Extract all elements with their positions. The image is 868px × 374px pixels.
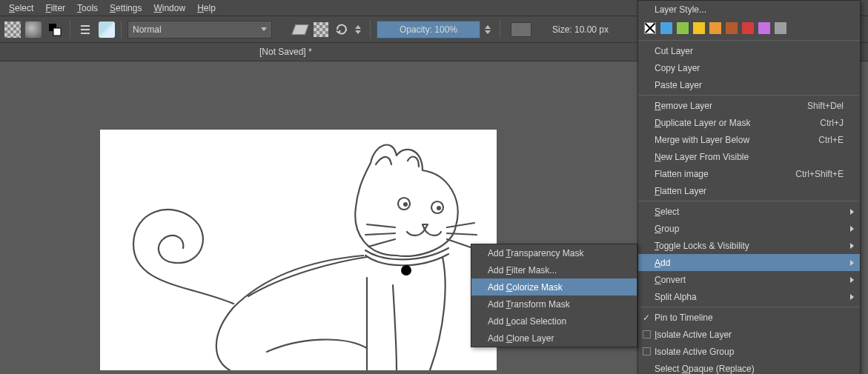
- chevron-right-icon: [850, 226, 854, 232]
- menu-item-label: Add Transparency Mask: [488, 248, 583, 258]
- menu-item-isolate-active-group[interactable]: Isolate Active Group: [638, 343, 860, 360]
- opacity-spinner[interactable]: [485, 21, 494, 39]
- shortcut-label: Ctrl+J: [820, 118, 844, 128]
- menu-item-add-filter-mask[interactable]: Add Filter Mask...: [471, 261, 637, 278]
- color-swatch[interactable]: [677, 22, 689, 34]
- chevron-right-icon: [850, 260, 854, 266]
- menu-item-label: Convert: [655, 275, 686, 285]
- menu-item-label: Toggle Locks & Visibility: [655, 241, 749, 251]
- menu-item-add[interactable]: Add: [638, 254, 860, 271]
- menu-tools[interactable]: Tools: [71, 1, 104, 15]
- blend-mode-label: Normal: [133, 24, 162, 35]
- color-swatch[interactable]: [726, 22, 738, 34]
- color-swatch[interactable]: [709, 22, 721, 34]
- menu-item-label: Duplicate Layer or Mask: [655, 118, 750, 128]
- menu-item-label: Flatten image: [655, 169, 709, 179]
- shortcut-label: Ctrl+Shift+E: [795, 169, 844, 179]
- color-swatch[interactable]: [742, 22, 754, 34]
- menu-item-label: Select Opaque (Replace): [655, 364, 755, 374]
- brush-size-preview[interactable]: [511, 22, 531, 37]
- menu-item-label: Add Clone Layer: [488, 333, 554, 344]
- menu-item-label: Isolate Active Layer: [655, 330, 732, 340]
- opacity-label: Opacity: 100%: [400, 24, 457, 35]
- chevron-down-icon: [261, 27, 267, 31]
- list-icon[interactable]: [76, 21, 94, 39]
- menu-item-toggle-locks-visibility[interactable]: Toggle Locks & Visibility: [638, 237, 860, 254]
- menu-item-copy-layer[interactable]: Copy Layer: [638, 59, 860, 76]
- separator: [370, 21, 371, 39]
- opacity-slider[interactable]: Opacity: 100%: [377, 21, 480, 39]
- menu-item-merge-with-layer-below[interactable]: Merge with Layer BelowCtrl+E: [638, 131, 860, 148]
- color-swatch[interactable]: [660, 22, 672, 34]
- menu-item-split-alpha[interactable]: Split Alpha: [638, 288, 860, 305]
- menu-item-remove-layer[interactable]: Remove LayerShift+Del: [638, 97, 860, 114]
- menu-item-add-transparency-mask[interactable]: Add Transparency Mask: [471, 244, 637, 261]
- menu-item-isolate-active-layer[interactable]: Isolate Active Layer: [638, 326, 860, 343]
- menu-help[interactable]: Help: [191, 1, 222, 15]
- label-color-swatches[interactable]: [638, 18, 860, 39]
- separator: [70, 21, 70, 39]
- menu-item-label: Layer Style...: [655, 4, 706, 15]
- menu-item-label: Group: [655, 224, 679, 234]
- menu-item-select[interactable]: Select: [638, 203, 860, 220]
- menu-item-layer-style[interactable]: Layer Style...: [638, 1, 860, 18]
- menu-window[interactable]: Window: [148, 1, 191, 15]
- svg-rect-1: [53, 28, 61, 36]
- brush-size-field[interactable]: Size: 10.00 px: [536, 21, 625, 39]
- menu-item-cut-layer[interactable]: Cut Layer: [638, 42, 860, 59]
- menu-filter[interactable]: Filter: [39, 1, 71, 15]
- menu-item-new-layer-from-visible[interactable]: New Layer From Visible: [638, 148, 860, 165]
- color-swatch[interactable]: [758, 22, 770, 34]
- eraser-icon[interactable]: [291, 21, 309, 39]
- pattern-icon[interactable]: [4, 21, 21, 38]
- blend-mode-dropdown[interactable]: Normal: [127, 21, 272, 39]
- menu-item-label: Paste Layer: [655, 80, 702, 90]
- menu-item-add-clone-layer[interactable]: Add Clone Layer: [471, 330, 637, 347]
- gradient-icon[interactable]: [25, 21, 42, 38]
- svg-point-9: [401, 265, 411, 276]
- menu-item-label: New Layer From Visible: [655, 152, 749, 162]
- menu-item-add-transform-mask[interactable]: Add Transform Mask: [471, 295, 637, 313]
- menu-item-label: Remove Layer: [655, 101, 712, 111]
- menu-item-select-opaque-replace[interactable]: Select Opaque (Replace): [638, 360, 860, 374]
- menu-item-pin-to-timeline[interactable]: Pin to Timeline✓: [638, 309, 860, 326]
- alpha-lock-icon[interactable]: [314, 22, 328, 37]
- menu-item-flatten-image[interactable]: Flatten imageCtrl+Shift+E: [638, 165, 860, 182]
- brush-preset-icon[interactable]: [99, 21, 115, 38]
- menu-item-group[interactable]: Group: [638, 220, 860, 237]
- menu-item-label: Add Transform Mask: [488, 299, 570, 310]
- swatch-none-icon[interactable]: [644, 22, 656, 34]
- menu-item-label: Add Colorize Mask: [488, 282, 563, 293]
- menu-item-paste-layer[interactable]: Paste Layer: [638, 76, 860, 93]
- layer-context-menu: Layer Style...Cut LayerCopy LayerPaste L…: [637, 0, 861, 374]
- document-title[interactable]: [Not Saved] *: [259, 47, 312, 57]
- menu-item-label: Add Filter Mask...: [488, 265, 557, 276]
- menu-item-add-local-selection[interactable]: Add Local Selection: [471, 313, 637, 330]
- svg-point-8: [437, 206, 441, 210]
- color-swatch[interactable]: [693, 22, 705, 34]
- menu-item-label: Merge with Layer Below: [655, 135, 749, 145]
- blend-spinner[interactable]: [355, 21, 364, 39]
- menu-item-label: Add Local Selection: [488, 316, 566, 327]
- chevron-right-icon: [850, 243, 854, 249]
- menu-item-label: Add: [655, 258, 670, 268]
- menu-settings[interactable]: Settings: [104, 1, 148, 15]
- menu-select[interactable]: Select: [3, 1, 39, 15]
- check-icon: ✓: [643, 313, 650, 323]
- menu-item-add-colorize-mask[interactable]: Add Colorize Mask: [471, 278, 637, 295]
- chevron-right-icon: [850, 294, 854, 300]
- color-swatch[interactable]: [775, 22, 786, 34]
- artwork-sketch: [100, 130, 497, 370]
- canvas[interactable]: [100, 130, 497, 370]
- menu-item-duplicate-layer-or-mask[interactable]: Duplicate Layer or MaskCtrl+J: [638, 114, 860, 131]
- menu-item-flatten-layer[interactable]: Flatten Layer: [638, 182, 860, 199]
- menu-item-label: Split Alpha: [655, 292, 697, 302]
- menu-item-convert[interactable]: Convert: [638, 271, 860, 288]
- menu-item-label: Select: [655, 207, 679, 217]
- shortcut-label: Ctrl+E: [818, 135, 844, 145]
- fg-bg-swap-icon[interactable]: [46, 21, 64, 39]
- menu-item-label: Isolate Active Group: [655, 347, 734, 357]
- reload-icon[interactable]: [333, 21, 351, 39]
- menu-item-label: Pin to Timeline: [655, 313, 713, 323]
- checkbox-icon: [643, 347, 651, 355]
